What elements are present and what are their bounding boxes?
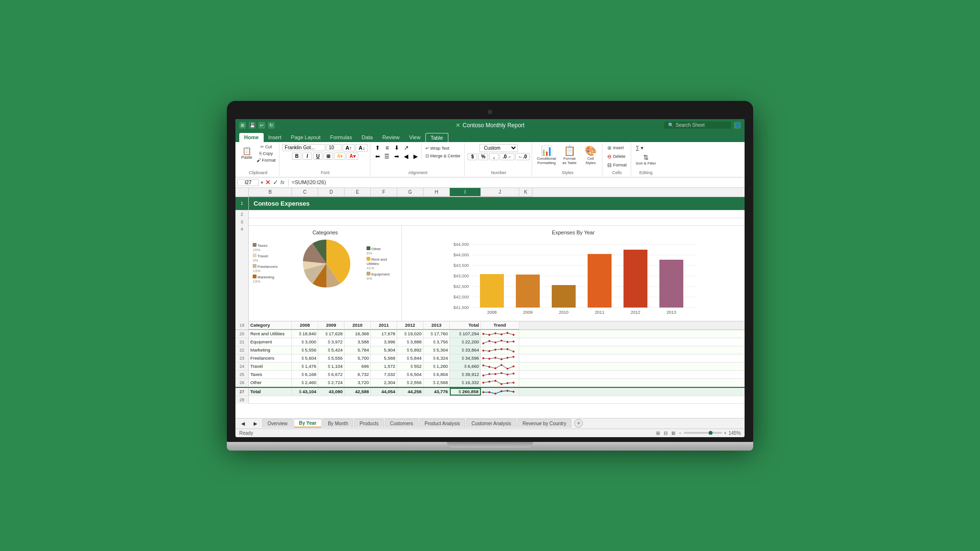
font-name-input[interactable]	[282, 144, 325, 151]
merge-center-button[interactable]: ⊡ Merge & Center	[423, 153, 463, 159]
percent-btn[interactable]: %	[478, 153, 488, 160]
tab-insert[interactable]: Insert	[264, 133, 287, 142]
format-button[interactable]: ⊟ Format	[605, 161, 629, 169]
cell-19-C[interactable]: 2008	[292, 321, 318, 330]
cell-23-E[interactable]: 5,700	[345, 354, 371, 362]
border-button[interactable]: ⊞	[323, 153, 333, 160]
cell-23-H[interactable]: $6,324	[423, 354, 450, 362]
sheet-tab-products[interactable]: Products	[354, 419, 383, 428]
cell-25-H[interactable]: $6,804	[423, 371, 450, 378]
cell-reference-input[interactable]	[237, 179, 259, 186]
cell-26-H[interactable]: $2,568	[423, 379, 450, 386]
cell-24-H[interactable]: $1,260	[423, 363, 450, 370]
cell-27-E[interactable]: 42,588	[345, 388, 371, 396]
col-header-B[interactable]: B	[249, 188, 292, 197]
col-header-H[interactable]: H	[423, 188, 450, 197]
align-center-btn[interactable]: ☰	[383, 153, 391, 160]
cell-22-H[interactable]: $5,304	[423, 346, 450, 354]
format-as-table-button[interactable]: 📋 Formatas Table	[560, 144, 579, 166]
save-icon[interactable]: 💾	[249, 122, 256, 129]
formula-input[interactable]	[292, 179, 743, 185]
cell-25-E[interactable]: 6,732	[345, 371, 371, 378]
conditional-formatting-button[interactable]: 📊 ConditionalFormatting	[535, 144, 558, 166]
col-header-C[interactable]: C	[292, 188, 318, 197]
sheet-tab-revenue-country[interactable]: Revenue by Country	[517, 419, 571, 428]
formula-bar-expand[interactable]: ▾	[261, 180, 263, 185]
cell-24-C[interactable]: $1,476	[292, 363, 318, 370]
col-header-D[interactable]: D	[318, 188, 345, 197]
cell-styles-button[interactable]: 🎨 CellStyles	[581, 144, 600, 166]
cell-23-F[interactable]: 5,568	[371, 354, 397, 362]
cell-20-I[interactable]: $107,294	[450, 330, 481, 338]
cell-26-G[interactable]: $2,556	[397, 379, 423, 386]
col-header-F[interactable]: F	[371, 188, 397, 197]
cell-22-E[interactable]: 5,784	[345, 346, 371, 354]
col-header-J[interactable]: J	[481, 188, 519, 197]
cell-21-F[interactable]: 3,996	[371, 338, 397, 346]
tab-data[interactable]: Data	[357, 133, 378, 142]
cell-20-H[interactable]: $17,760	[423, 330, 450, 338]
cell-24-D[interactable]: $1,104	[318, 363, 345, 370]
cell-19-D[interactable]: 2009	[318, 321, 345, 330]
file-icon[interactable]: ⊞	[239, 122, 246, 129]
cell-26-E[interactable]: 3,720	[345, 379, 371, 386]
indent-decrease-btn[interactable]: ◀	[402, 153, 411, 160]
zoom-slider[interactable]	[684, 432, 722, 434]
cell-21-B[interactable]: Equipment	[249, 338, 292, 346]
cell-24-G[interactable]: $552	[397, 363, 423, 370]
italic-button[interactable]: I	[302, 153, 312, 160]
cell-26-C[interactable]: $2,460	[292, 379, 318, 386]
cell-21-D[interactable]: $3,972	[318, 338, 345, 346]
cell-20-F[interactable]: 17,678	[371, 330, 397, 338]
cell-26-F[interactable]: 2,304	[371, 379, 397, 386]
tab-review[interactable]: Review	[378, 133, 404, 142]
sheet-tab-customers[interactable]: Customers	[385, 419, 418, 428]
tab-page-layout[interactable]: Page Layout	[286, 133, 325, 142]
cell-24-I[interactable]: $6,660	[450, 363, 481, 370]
cell-21-H[interactable]: $3,756	[423, 338, 450, 346]
underline-button[interactable]: U	[313, 153, 323, 160]
sheet-tab-customer-analysis[interactable]: Customer Analysis	[466, 419, 516, 428]
cell-27-H[interactable]: 43,776	[423, 388, 450, 396]
cell-19-B[interactable]: Category	[249, 321, 292, 330]
cell-27-G[interactable]: 44,256	[397, 388, 423, 396]
cell-25-B[interactable]: Taxes	[249, 371, 292, 378]
cell-22-I[interactable]: $33,864	[450, 346, 481, 354]
cell-26-B[interactable]: Other	[249, 379, 292, 386]
align-right-btn[interactable]: ➡	[392, 153, 401, 160]
cancel-formula-icon[interactable]: ✕	[265, 178, 271, 186]
cell-20-D[interactable]: $17,628	[318, 330, 345, 338]
sort-filter-button[interactable]: ⇅ Sort & Filter	[634, 153, 658, 166]
cell-24-F[interactable]: 1,572	[371, 363, 397, 370]
cell-19-G[interactable]: 2012	[397, 321, 423, 330]
cell-23-C[interactable]: $5,604	[292, 354, 318, 362]
cell-21-G[interactable]: $3,888	[397, 338, 423, 346]
increase-font-btn[interactable]: A↑	[343, 144, 355, 152]
sheet-tab-overview[interactable]: Overview	[262, 419, 293, 428]
cell-22-G[interactable]: $5,892	[397, 346, 423, 354]
cell-27-D[interactable]: 43,080	[318, 388, 345, 396]
wrap-text-button[interactable]: ↵ Wrap Text	[423, 145, 463, 152]
cell-26-I[interactable]: $16,332	[450, 379, 481, 386]
cell-21-I[interactable]: $22,200	[450, 338, 481, 346]
cell-23-I[interactable]: $34,596	[450, 354, 481, 362]
sheet-tab-byyear[interactable]: By Year	[294, 419, 322, 428]
cell-23-B[interactable]: Freelancers	[249, 354, 292, 362]
cell-19-F[interactable]: 2011	[371, 321, 397, 330]
tab-table[interactable]: Table	[425, 133, 448, 142]
confirm-formula-icon[interactable]: ✓	[273, 178, 278, 186]
cell-22-D[interactable]: $5,424	[318, 346, 345, 354]
normal-view-icon[interactable]: ⊞	[656, 430, 660, 436]
cell-25-F[interactable]: 7,032	[371, 371, 397, 378]
cell-26-D[interactable]: $2,724	[318, 379, 345, 386]
tab-home[interactable]: Home	[239, 133, 264, 142]
paste-button[interactable]: 📋 Paste	[239, 146, 254, 161]
cell-19-J[interactable]: Trend	[481, 321, 519, 330]
search-bar[interactable]: 🔍 Search Sheet	[664, 121, 731, 129]
bold-button[interactable]: B	[292, 153, 301, 160]
cell-22-B[interactable]: Marketing	[249, 346, 292, 354]
delete-button[interactable]: ⊖ Delete	[605, 153, 629, 161]
col-header-K[interactable]: K	[519, 188, 533, 197]
decrease-font-btn[interactable]: A↓	[356, 144, 368, 152]
page-layout-icon[interactable]: ⊟	[664, 430, 668, 436]
